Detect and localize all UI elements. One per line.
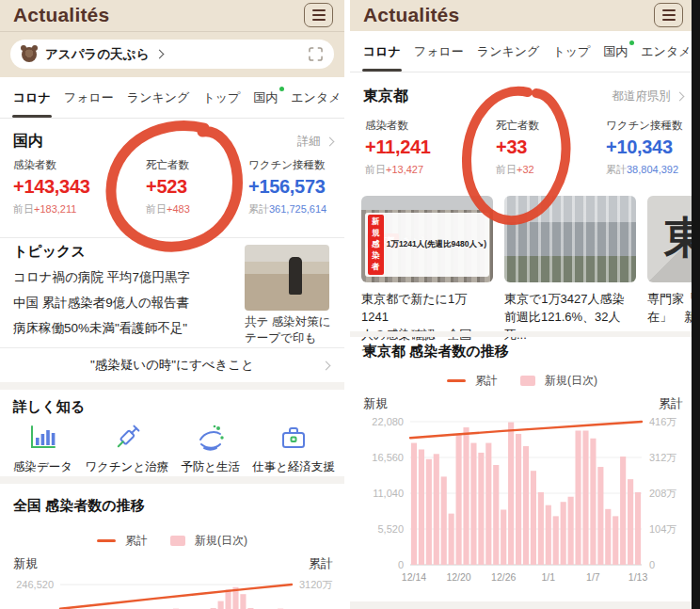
svg-text:5,520: 5,520 (377, 523, 404, 535)
scan-qr-icon[interactable] (309, 47, 323, 61)
stat-deaths: 死亡者数 +523 前日+483 (146, 158, 190, 216)
new-cases-badge: 新規感染者 1万1241人(先週比9480人↘) (365, 213, 489, 277)
legend-bar-swatch (170, 536, 185, 546)
prefecture-link[interactable]: 都道府県別 (612, 88, 684, 104)
news-image-shibuya-crowd: 東京都 きょう 新規感染者 1万1241人(先週比9480人↘) (361, 196, 493, 282)
national-stats: 感染者数 +143,343 前日+183,211 死亡者数 +523 前日+48… (0, 158, 344, 233)
app-header: Actualités (350, 0, 694, 32)
news-card-3[interactable]: 東 専門家「多在」 新型 (647, 196, 694, 326)
app-header: Actualités (0, 0, 344, 32)
learn-shortcuts: 感染データ ワクチンと治療 予防と生活 (13, 422, 335, 475)
section-title-tokyo: 東京都 (363, 87, 408, 106)
tokyo-section-header: 東京都 都道府県別 (363, 87, 683, 106)
notification-dot (279, 87, 284, 91)
national-trend-heading: 全国 感染者数の推移 (13, 497, 145, 515)
tab-follow[interactable]: フォロー (414, 43, 464, 60)
tab-corona[interactable]: コロナ (13, 89, 51, 106)
topic-item[interactable]: 中国 累計感染者9億人の報告書 (13, 295, 189, 312)
search-section: アスパラの天ぷら (0, 32, 344, 77)
topics-section: トピックス コロナ禍の病院 平均7億円黒字 中国 累計感染者9億人の報告書 病床… (0, 243, 344, 346)
tab-follow[interactable]: フォロー (64, 89, 114, 106)
axis-left-label: 新規 (363, 395, 388, 412)
app-title: Actualités (13, 4, 109, 26)
chevron-right-icon (155, 50, 165, 59)
national-section-header: 国内 詳細 (13, 132, 333, 152)
news-card-2[interactable]: 東京で1万3427人感染前週比121.6%、32人死... (504, 196, 636, 344)
hamburger-menu-button[interactable] (654, 3, 683, 27)
notification-dot (629, 40, 634, 45)
stat-vaccinations: ワクチン接種数 +10,343 累計38,804,392 (606, 119, 683, 177)
tab-ranking[interactable]: ランキング (477, 43, 540, 60)
chevron-right-icon (676, 92, 685, 102)
topic-item[interactable]: 病床稼働50%未満"看護師不足" (13, 320, 187, 337)
news-cards-row: 東京都 きょう 新規感染者 1万1241人(先週比9480人↘) 東京都で新たに… (350, 196, 694, 328)
stone-kanji: 東 (664, 209, 694, 267)
tokyo-trend-chart: 005,520104万11,040208万16,560312万22,080416… (350, 412, 694, 589)
shortcut-work-economy[interactable]: 仕事と経済支援 (252, 422, 335, 475)
tab-top[interactable]: トップ (202, 89, 240, 106)
news-image-city-aerial (504, 196, 636, 282)
shortcut-infection-data[interactable]: 感染データ (13, 422, 72, 475)
bar-chart-icon (27, 422, 59, 454)
svg-text:22,080: 22,080 (372, 416, 404, 427)
tokyo-stats: 感染者数 +11,241 前日+13,427 死亡者数 +33 前日+32 ワク… (350, 119, 694, 194)
svg-text:1/1: 1/1 (542, 571, 556, 583)
svg-text:0: 0 (398, 559, 404, 570)
search-query: アスパラの天ぷら (45, 46, 149, 63)
shortcut-vaccine-treatment[interactable]: ワクチンと治療 (85, 422, 168, 475)
axis-header-row: 新規 累計 (363, 395, 683, 412)
stat-vaccinations: ワクチン接種数 +156,573 累計361,725,614 (248, 158, 326, 216)
detail-link[interactable]: 詳細 (297, 134, 333, 150)
tab-corona[interactable]: コロナ (363, 43, 401, 60)
chevron-right-icon (326, 137, 335, 147)
screenshot-black-edge (692, 0, 700, 609)
shortcut-prevention-life[interactable]: 予防と生活 (181, 422, 240, 475)
tab-domestic[interactable]: 国内 (253, 89, 278, 106)
svg-text:12/26: 12/26 (491, 571, 516, 583)
tab-entertainment[interactable]: エンタメ (641, 43, 691, 60)
tab-bar: コロナ フォロー ランキング トップ 国内 エンタメ ス (350, 31, 694, 72)
tab-top[interactable]: トップ (552, 43, 590, 60)
left-screen-panel: Actualités アスパラの天ぷら コロナ フォロー ランキング トップ 国… (0, 0, 344, 609)
learn-more-heading: 詳しく知る (13, 398, 85, 416)
next-section-divider (350, 601, 694, 609)
legend-line-swatch (97, 539, 116, 541)
svg-text:12/20: 12/20 (446, 571, 470, 583)
app-title: Actualités (363, 4, 459, 26)
topic-thumbnail-classroom[interactable] (245, 245, 329, 311)
handwash-icon (195, 422, 227, 454)
stat-infections: 感染者数 +11,241 前日+13,427 (365, 119, 431, 177)
svg-text:208万: 208万 (649, 488, 676, 499)
what-to-do-link[interactable]: "感染疑いの時"にすべきこと (0, 348, 344, 382)
chevron-right-icon (322, 361, 331, 370)
topic-item[interactable]: コロナ禍の病院 平均7億円黒字 (13, 269, 190, 286)
briefcase-icon (278, 422, 310, 454)
svg-text:1/13: 1/13 (628, 571, 648, 583)
thumbnail-caption: 共テ 感染対策に テープで印も (245, 314, 331, 346)
stat-deaths: 死亡者数 +33 前日+32 (496, 119, 539, 177)
hamburger-menu-button[interactable] (304, 3, 333, 27)
stat-infections: 感染者数 +143,343 前日+183,211 (13, 158, 90, 216)
national-trend-chart: 246,5203120万 (0, 565, 344, 609)
news-image-stone-monument: 東 (647, 196, 694, 282)
chart-legend: 累計 新規(日次) (0, 533, 344, 549)
search-bar[interactable]: アスパラの天ぷら (10, 40, 334, 69)
bear-avatar-icon (22, 47, 37, 62)
svg-text:16,560: 16,560 (372, 452, 404, 463)
syringe-icon (111, 422, 143, 454)
legend-line-swatch (447, 379, 466, 381)
svg-text:11,040: 11,040 (373, 488, 404, 499)
section-title-national: 国内 (13, 132, 43, 152)
tab-ranking[interactable]: ランキング (127, 89, 190, 106)
tab-domestic[interactable]: 国内 (603, 43, 628, 60)
legend-bar-label: 新規(日次) (195, 533, 247, 549)
svg-text:0: 0 (649, 559, 655, 570)
tab-entertainment[interactable]: エンタメ (291, 89, 341, 106)
tokyo-trend-heading: 東京都 感染者数の推移 (363, 343, 509, 361)
legend-line-label: 累計 (475, 373, 498, 389)
legend-line-label: 累計 (125, 533, 148, 549)
right-screen-panel: Actualités コロナ フォロー ランキング トップ 国内 エンタメ ス … (350, 0, 694, 609)
svg-text:1/7: 1/7 (586, 571, 600, 583)
svg-text:416万: 416万 (649, 416, 676, 427)
svg-text:246,520: 246,520 (16, 579, 54, 590)
